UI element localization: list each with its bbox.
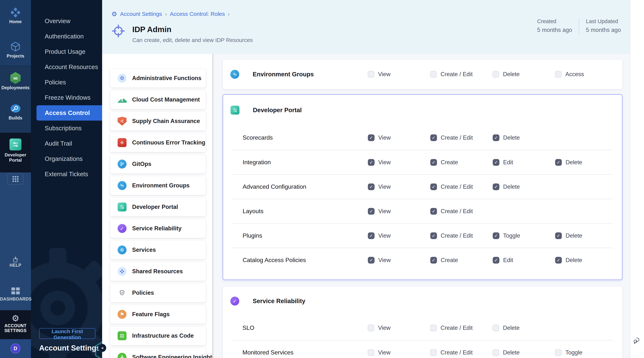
category-continuous-error-tracking[interactable]: Continuous Error Tracking — [110, 133, 206, 152]
permission-row-scorecards: Scorecards View Create / Edit Delete — [232, 125, 613, 150]
permission-checkbox[interactable] — [555, 71, 562, 78]
permission-checkbox[interactable] — [368, 208, 374, 215]
projects-cube-icon — [10, 50, 22, 53]
category-cloud-cost-management[interactable]: Cloud Cost Management — [110, 90, 206, 109]
check-icon — [432, 209, 436, 214]
permission-checkbox[interactable] — [430, 257, 437, 264]
rail-item-label: Developer Portal — [0, 152, 31, 162]
rail-item-label: Builds — [0, 115, 31, 121]
sidebar-item-subscriptions[interactable]: Subscriptions — [31, 121, 102, 136]
rail-item-help[interactable]: HELP — [0, 257, 31, 268]
category-developer-portal[interactable]: Developer Portal — [110, 198, 206, 217]
category-software-engineering-insights[interactable]: Software Engineering Insights — [110, 348, 206, 358]
settings-menu: Overview Authentication Product Usage Ac… — [31, 14, 102, 182]
permission-checkbox[interactable] — [493, 134, 500, 141]
sidebar-item-organizations[interactable]: Organizations — [31, 151, 102, 166]
permission-checkbox[interactable] — [555, 257, 562, 264]
rail-item-projects[interactable]: Projects — [0, 41, 31, 59]
permission-checkbox[interactable] — [492, 325, 499, 331]
rail-item-module-picker[interactable] — [0, 173, 31, 185]
permission-card-developer-portal: Developer Portal Scorecards View Create … — [223, 94, 622, 280]
sidebar-collapse-button[interactable] — [98, 344, 106, 352]
sidebar-item-policies[interactable]: Policies — [31, 75, 102, 90]
sidebar-item-access-control[interactable]: Access Control — [36, 105, 102, 121]
sidebar-item-external-tickets[interactable]: External Tickets — [31, 166, 102, 182]
permission-checkbox[interactable] — [368, 159, 374, 166]
category-supply-chain-assurance[interactable]: Supply Chain Assurance — [110, 112, 206, 131]
permission-label: Create / Edit — [441, 134, 473, 141]
launch-first-generation-button[interactable]: Launch First Generation — [39, 328, 96, 339]
permission-label: Delete — [566, 257, 582, 264]
permission-checkbox[interactable] — [368, 349, 374, 356]
permission-label: Access — [565, 71, 584, 78]
rail-item-deployments[interactable]: Deployments — [0, 72, 31, 90]
permission-checkbox[interactable] — [368, 325, 374, 331]
category-feature-flags[interactable]: Feature Flags — [110, 305, 206, 324]
cloud-cost-icon — [118, 95, 126, 104]
permission-checkbox[interactable] — [493, 232, 500, 239]
permission-checkbox[interactable] — [430, 71, 437, 78]
category-label: Policies — [132, 289, 154, 296]
category-shared-resources[interactable]: Shared Resources — [110, 262, 206, 281]
rail-item-user[interactable]: D — [0, 343, 31, 353]
category-label: Environment Groups — [132, 182, 190, 189]
permission-checkbox[interactable] — [493, 184, 500, 190]
rail-item-builds[interactable]: Builds — [0, 102, 31, 121]
permission-checkbox[interactable] — [555, 159, 562, 166]
category-administrative-functions[interactable]: Administrative Functions — [110, 69, 206, 88]
sidebar-item-audit-trail[interactable]: Audit Trail — [31, 136, 102, 151]
check-icon — [369, 135, 373, 140]
permission-checkbox[interactable] — [430, 325, 437, 331]
category-service-reliability[interactable]: Service Reliability — [110, 219, 206, 238]
category-environment-groups[interactable]: Environment Groups — [110, 176, 206, 195]
category-services[interactable]: Services — [110, 240, 206, 259]
created-label: Created — [537, 18, 572, 25]
sidebar-item-authentication[interactable]: Authentication — [31, 29, 102, 44]
permission-checkbox[interactable] — [430, 349, 437, 356]
sidebar-item-overview[interactable]: Overview — [31, 14, 102, 29]
category-label: Continuous Error Tracking — [132, 139, 205, 146]
rail-item-home[interactable]: Home — [0, 7, 31, 24]
permission-checkbox[interactable] — [493, 257, 500, 264]
permission-checkbox[interactable] — [430, 208, 437, 215]
permission-checkbox[interactable] — [368, 257, 374, 264]
permission-checkbox[interactable] — [430, 184, 437, 190]
permission-checkbox[interactable] — [368, 184, 374, 190]
rail-item-developer-portal[interactable]: Developer Portal — [0, 138, 31, 162]
permission-checkbox[interactable] — [368, 71, 374, 78]
check-icon — [494, 258, 498, 262]
permission-checkbox[interactable] — [493, 159, 500, 166]
avatar: D — [10, 343, 20, 353]
category-gitops[interactable]: GitOps — [110, 154, 206, 173]
category-policies[interactable]: Policies — [110, 283, 206, 302]
breadcrumb-access-control-roles[interactable]: Access Control: Roles — [170, 11, 225, 17]
breadcrumb-account-settings[interactable]: Account Settings — [120, 11, 162, 17]
check-icon — [494, 185, 498, 189]
category-infrastructure-as-code[interactable]: Infrastructure as Code — [110, 326, 206, 345]
sidebar-item-product-usage[interactable]: Product Usage — [31, 44, 102, 59]
module-rail: Home Projects Deployments Builds — [0, 0, 31, 358]
permission-label: Toggle — [503, 232, 520, 239]
check-icon — [432, 185, 436, 189]
permission-checkbox[interactable] — [555, 232, 562, 239]
permission-checkbox[interactable] — [368, 134, 374, 141]
permission-checkbox[interactable] — [492, 71, 499, 78]
sidebar-item-freeze-windows[interactable]: Freeze Windows — [31, 90, 102, 105]
page-header: Account Settings › Access Control: Roles… — [102, 0, 630, 54]
resource-category-panel: Administrative Functions Cloud Cost Mana… — [102, 54, 213, 358]
permission-checkbox[interactable] — [555, 349, 562, 356]
permission-checkbox[interactable] — [430, 232, 437, 239]
support-chat-icon[interactable] — [632, 336, 642, 346]
permission-checkbox[interactable] — [492, 349, 499, 356]
permission-checkbox[interactable] — [368, 232, 374, 239]
permission-label: Create / Edit — [441, 208, 473, 215]
permission-cell: Create / Edit — [430, 71, 492, 78]
rail-item-dashboards[interactable]: DASHBOARDS — [0, 287, 31, 301]
permission-checkbox[interactable] — [430, 134, 437, 141]
main-content: Administrative Functions Cloud Cost Mana… — [102, 54, 630, 358]
permission-label: Delete — [503, 325, 520, 331]
sidebar-footer-title: Account Settings — [39, 344, 100, 352]
rail-item-account-settings[interactable]: ACCOUNT SETTINGS — [0, 314, 31, 333]
permission-checkbox[interactable] — [430, 159, 437, 166]
sidebar-item-account-resources[interactable]: Account Resources — [31, 59, 102, 75]
